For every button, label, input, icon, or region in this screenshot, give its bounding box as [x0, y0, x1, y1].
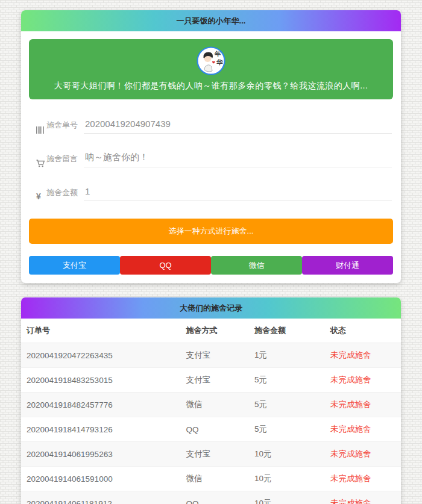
cell-status: 未完成施舍: [325, 343, 401, 368]
pay-tenpay-button[interactable]: 财付通: [302, 256, 393, 275]
pay-method-row: 支付宝 QQ 微信 财付通: [29, 256, 393, 275]
avatar-char-2: 华: [216, 58, 223, 66]
cell-method: 支付宝: [181, 442, 249, 467]
order-number-field-row: 施舍单号: [36, 117, 392, 134]
col-method: 施舍方式: [181, 319, 249, 343]
cell-order-number: 2020041918482457776: [21, 393, 181, 417]
donation-form: 施舍单号 施舍留言 ¥ 施舍金额: [36, 117, 392, 201]
avatar-image: 年 华: [197, 46, 225, 75]
cell-amount: 10元: [249, 491, 325, 504]
records-table: 订单号 施舍方式 施舍金额 状态 2020041920472263435支付宝1…: [21, 319, 401, 504]
col-amount: 施舍金额: [249, 319, 325, 343]
cell-amount: 5元: [249, 393, 325, 417]
beggar-message: 大哥哥大姐们啊！你们都是有钱的人呐～谁有那多余的零钱？给我这流浪的人啊...: [47, 81, 375, 92]
cell-amount: 5元: [249, 368, 325, 393]
page-title: 一只要饭的小年华...: [177, 16, 246, 25]
cell-amount: 5元: [249, 417, 325, 442]
cell-order-number: 2020041920472263435: [21, 343, 181, 368]
cell-order-number: 2020041914061181912: [21, 491, 181, 504]
cell-method: 支付宝: [181, 368, 249, 393]
page-background: 一只要饭的小年华... 年 华 大哥哥大姐们啊！你们都是有钱的人呐～谁有那多余的…: [21, 0, 401, 504]
table-row: 2020041914061181912QQ10元未完成施舍: [21, 491, 401, 504]
beggar-banner: 年 华 大哥哥大姐们啊！你们都是有钱的人呐～谁有那多余的零钱？给我这流浪的人啊.…: [29, 39, 393, 99]
table-row: 2020041918482457776微信5元未完成施舍: [21, 393, 401, 417]
message-input[interactable]: [84, 151, 392, 167]
table-header-row: 订单号 施舍方式 施舍金额 状态: [21, 319, 401, 343]
avatar-char-1: 年: [214, 50, 221, 57]
pay-wechat-button[interactable]: 微信: [211, 256, 302, 275]
cell-order-number: 2020041918483253015: [21, 368, 181, 393]
message-field-row: 施舍留言: [36, 151, 392, 167]
table-row: 2020041918414793126QQ5元未完成施舍: [21, 417, 401, 442]
cart-icon: [36, 160, 46, 167]
records-card: 大佬们的施舍记录 订单号 施舍方式 施舍金额 状态 20200419204722…: [21, 297, 401, 504]
order-number-label: 施舍单号: [46, 120, 78, 134]
cell-method: QQ: [181, 417, 249, 442]
avatar: 年 华: [197, 46, 225, 75]
page-title-bar: 一只要饭的小年华...: [21, 10, 401, 31]
pay-qq-button[interactable]: QQ: [120, 256, 211, 275]
amount-field-row: ¥ 施舍金额: [36, 185, 392, 201]
col-order-number: 订单号: [21, 319, 181, 343]
cell-status: 未完成施舍: [325, 417, 401, 442]
amount-label: 施舍金额: [46, 187, 78, 201]
cell-order-number: 2020041918414793126: [21, 417, 181, 442]
barcode-icon: [36, 126, 46, 134]
amount-input[interactable]: [84, 185, 392, 201]
cell-method: QQ: [181, 491, 249, 504]
cell-amount: 10元: [249, 442, 325, 467]
cell-status: 未完成施舍: [325, 467, 401, 491]
cell-method: 支付宝: [181, 343, 249, 368]
choose-method-button[interactable]: 选择一种方式进行施舍...: [29, 219, 393, 244]
table-row: 2020041914061995263支付宝10元未完成施舍: [21, 442, 401, 467]
cell-amount: 10元: [249, 467, 325, 491]
cell-method: 微信: [181, 393, 249, 417]
records-title-bar: 大佬们的施舍记录: [21, 297, 401, 319]
yuan-icon: ¥: [36, 191, 46, 201]
col-status: 状态: [325, 319, 401, 343]
pay-alipay-button[interactable]: 支付宝: [29, 256, 120, 275]
table-row: 2020041920472263435支付宝1元未完成施舍: [21, 343, 401, 368]
cell-status: 未完成施舍: [325, 442, 401, 467]
order-number-input[interactable]: [84, 117, 392, 134]
cell-status: 未完成施舍: [325, 491, 401, 504]
cell-order-number: 2020041914061591000: [21, 467, 181, 491]
cell-status: 未完成施舍: [325, 368, 401, 393]
cell-method: 微信: [181, 467, 249, 491]
donation-card: 一只要饭的小年华... 年 华 大哥哥大姐们啊！你们都是有钱的人呐～谁有那多余的…: [21, 10, 401, 283]
table-row: 2020041914061591000微信10元未完成施舍: [21, 467, 401, 491]
cell-order-number: 2020041914061995263: [21, 442, 181, 467]
table-row: 2020041918483253015支付宝5元未完成施舍: [21, 368, 401, 393]
message-label: 施舍留言: [46, 154, 78, 167]
records-title: 大佬们的施舍记录: [180, 303, 242, 313]
cell-amount: 1元: [249, 343, 325, 368]
cell-status: 未完成施舍: [325, 393, 401, 417]
